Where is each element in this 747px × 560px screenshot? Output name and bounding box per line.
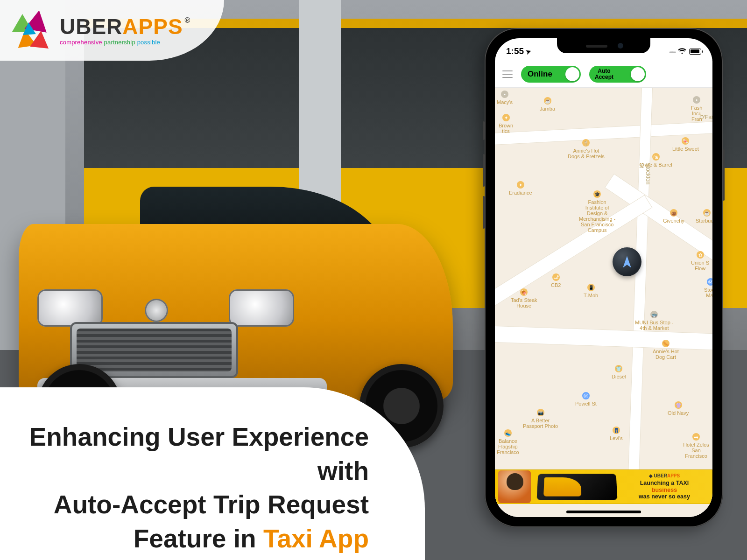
brand-tagline: comprehensive partnership possible [60, 39, 190, 45]
auto-accept-toggle[interactable]: Auto Accept [589, 66, 646, 83]
wifi-icon [678, 48, 686, 55]
headline-line: Enhancing User Experience with [19, 420, 369, 488]
menu-icon[interactable] [502, 70, 513, 78]
brand-logo-icon [11, 10, 51, 50]
map-poi: 👕Diesel [612, 365, 626, 379]
app-topbar: Online Auto Accept [495, 61, 712, 88]
map-poi: 📱T-Mob [584, 284, 598, 298]
map-poi: 🍖Tad's Steak House [511, 288, 537, 308]
map-poi: ⓂPowell St [575, 392, 597, 406]
map-poi: 📷A Better Passport Photo [523, 409, 558, 429]
map-poi: ✿Union S Flow [691, 251, 709, 271]
map-view[interactable]: •Macy's ☕Jamba ✦Brown tics 🍴Annie's Hot … [495, 88, 712, 517]
map-poi: ✦Brown tics [499, 114, 513, 134]
online-toggle[interactable]: Online [521, 66, 581, 83]
map-poi: 🛍Crate & Barrel [640, 153, 672, 168]
map-poi: 🍬Little Sweet [672, 137, 699, 152]
map-poi: 👜Givenchy [663, 209, 684, 224]
map-poi: 👟Balance Flagship Francisco [497, 429, 519, 455]
auto-accept-toggle-label: Auto Accept [595, 68, 613, 80]
map-poi: ⓂStock Mar [704, 278, 712, 298]
status-time: 1:55 [506, 46, 524, 56]
map-poi: 🛋CB2 [551, 273, 561, 288]
brand-name-part2: APPS [122, 16, 183, 37]
map-poi: 🍴Annie's Hot Dogs & Pretzels [568, 139, 605, 159]
banner-copy: Launching a TAXI business was never so e… [620, 480, 708, 500]
road-shape [495, 326, 712, 351]
map-poi: •Macy's [497, 91, 513, 105]
road-stockton [627, 78, 652, 498]
map-poi: 🎓Fashion Institute of Design & Merchandi… [579, 190, 615, 233]
map-poi: 👚Old Navy [668, 401, 689, 416]
headline-line: Auto-Accept Trip Request [19, 488, 369, 522]
map-poi: ☕Starbucks [696, 209, 712, 224]
map-poi: ☕Jamba [540, 97, 555, 112]
home-indicator [566, 511, 641, 513]
battery-icon [689, 49, 701, 55]
phone-notch [557, 38, 650, 53]
headline-line: Feature in Taxi App [19, 522, 369, 556]
headline-card: Enhancing User Experience with Auto-Acce… [0, 387, 425, 560]
phone-mockup: 1:55 ➤ Online [485, 28, 723, 527]
location-icon: ➤ [525, 47, 533, 56]
banner-person-image [498, 470, 531, 503]
promo-banner[interactable]: ◆ UBERAPPS Launching a TAXI business was… [495, 469, 712, 504]
banner-brand: ◆ UBERAPPS [620, 473, 708, 478]
online-toggle-label: Online [528, 70, 552, 79]
map-poi: 🌭Annie's Hot Dog Cart [653, 340, 679, 360]
registered-mark: ® [185, 17, 190, 24]
banner-phone-image [536, 474, 617, 500]
map-poi: •Fash Incu Fran [691, 96, 702, 122]
map-poi: 🛏Hotel Zelos San Francisco [680, 433, 712, 459]
headline-text: Enhancing User Experience with Auto-Acce… [19, 420, 369, 555]
map-poi: ✦Eradiance [509, 181, 532, 196]
brand-name-part1: UBER [60, 16, 122, 37]
map-poi: 🚌MUNI Bus Stop - 4th & Market [635, 311, 674, 331]
cell-signal-icon [669, 46, 675, 56]
brand-name: UBER APPS ® [60, 16, 190, 37]
map-poi: 👖Levi's [610, 427, 623, 441]
current-location-icon [613, 247, 641, 276]
road-shape [605, 174, 712, 297]
